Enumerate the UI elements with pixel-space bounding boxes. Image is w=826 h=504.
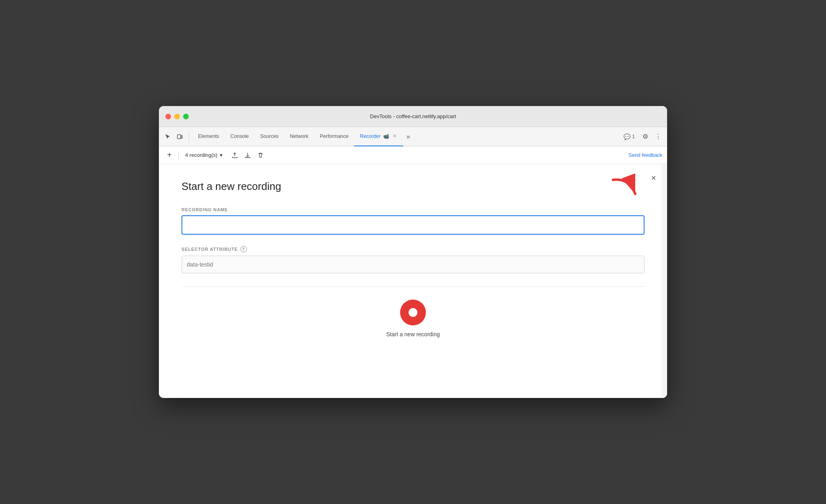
- cursor-icon-btn[interactable]: [162, 131, 173, 142]
- svg-rect-1: [181, 135, 182, 138]
- devtools-toolbar: Elements Console Sources Network Perform…: [159, 127, 667, 146]
- ellipsis-icon: ⋮: [655, 133, 661, 140]
- close-icon: ✕: [651, 174, 656, 182]
- close-traffic-light[interactable]: [165, 114, 171, 119]
- tab-recorder-content: Recorder 📹 ✕: [360, 133, 397, 140]
- start-recording-button[interactable]: [400, 300, 426, 325]
- recording-name-group: RECORDING NAME: [181, 207, 645, 235]
- device-toggle-btn[interactable]: [174, 131, 186, 142]
- maximize-traffic-light[interactable]: [183, 114, 189, 119]
- red-arrow-indicator: [609, 174, 641, 204]
- gear-icon: ⚙: [642, 133, 648, 140]
- export-button[interactable]: [229, 150, 240, 161]
- svg-rect-0: [177, 135, 181, 139]
- tab-sources[interactable]: Sources: [254, 127, 284, 146]
- section-divider: [181, 286, 645, 287]
- close-form-button[interactable]: ✕: [648, 172, 659, 183]
- toolbar-divider: [178, 151, 179, 160]
- tab-bar: Elements Console Sources Network Perform…: [192, 127, 620, 146]
- window-title: DevTools - coffee-cart.netlify.app/cart: [370, 113, 456, 119]
- devtools-window: DevTools - coffee-cart.netlify.app/cart …: [159, 106, 667, 398]
- traffic-lights: [165, 114, 189, 119]
- more-tabs-btn[interactable]: »: [403, 133, 413, 140]
- record-inner-circle: [409, 308, 417, 317]
- trash-icon: [257, 152, 264, 158]
- device-icon: [177, 133, 183, 140]
- selector-attribute-input[interactable]: [181, 256, 645, 273]
- tab-console[interactable]: Console: [225, 127, 254, 146]
- delete-button[interactable]: [255, 150, 266, 161]
- tab-network[interactable]: Network: [284, 127, 314, 146]
- start-recording-label: Start a new recording: [386, 331, 440, 337]
- cursor-icon: [165, 133, 171, 140]
- download-icon: [244, 152, 251, 158]
- settings-button[interactable]: ⚙: [640, 131, 651, 142]
- tab-elements[interactable]: Elements: [192, 127, 225, 146]
- tab-recorder[interactable]: Recorder 📹 ✕: [354, 127, 403, 146]
- recorder-toolbar: + 4 recording(s) ▾ Send f: [159, 146, 667, 164]
- help-icon[interactable]: ?: [240, 246, 247, 252]
- selector-attribute-label: SELECTOR ATTRIBUTE ?: [181, 246, 645, 252]
- chevron-down-icon: ▾: [220, 152, 223, 158]
- recorder-tab-close[interactable]: ✕: [392, 133, 398, 140]
- import-button[interactable]: [242, 150, 253, 161]
- tab-performance[interactable]: Performance: [314, 127, 355, 146]
- new-recording-button[interactable]: +: [164, 150, 175, 161]
- toolbar-right: 💬 1 ⚙ ⋮: [620, 131, 664, 142]
- recording-count-label: 4 recording(s): [185, 152, 217, 158]
- start-recording-area: Start a new recording: [181, 300, 645, 346]
- toolbar-icons: [162, 131, 189, 142]
- plus-icon: +: [167, 150, 172, 160]
- form-title: Start a new recording: [181, 180, 645, 193]
- minimize-traffic-light[interactable]: [174, 114, 180, 119]
- chat-icon: 💬: [624, 133, 630, 140]
- recording-name-input[interactable]: [181, 215, 645, 235]
- notification-count: 1: [632, 134, 635, 140]
- recording-name-label: RECORDING NAME: [181, 207, 645, 212]
- more-options-button[interactable]: ⋮: [653, 131, 664, 142]
- red-arrow-svg: [609, 174, 641, 202]
- recording-select[interactable]: 4 recording(s) ▾: [182, 150, 226, 160]
- scrollbar[interactable]: [661, 164, 667, 398]
- recording-actions: [229, 150, 266, 161]
- main-area: ✕ Start a new recording RECORDING NAME S…: [159, 164, 667, 398]
- recorder-tab-icon: 📹: [383, 133, 389, 139]
- notification-button[interactable]: 💬 1: [620, 132, 638, 142]
- send-feedback-link[interactable]: Send feedback: [629, 152, 662, 158]
- main-content: ✕ Start a new recording RECORDING NAME S…: [159, 164, 667, 398]
- title-bar: DevTools - coffee-cart.netlify.app/cart: [159, 106, 667, 127]
- upload-icon: [232, 152, 238, 158]
- selector-attribute-group: SELECTOR ATTRIBUTE ?: [181, 246, 645, 273]
